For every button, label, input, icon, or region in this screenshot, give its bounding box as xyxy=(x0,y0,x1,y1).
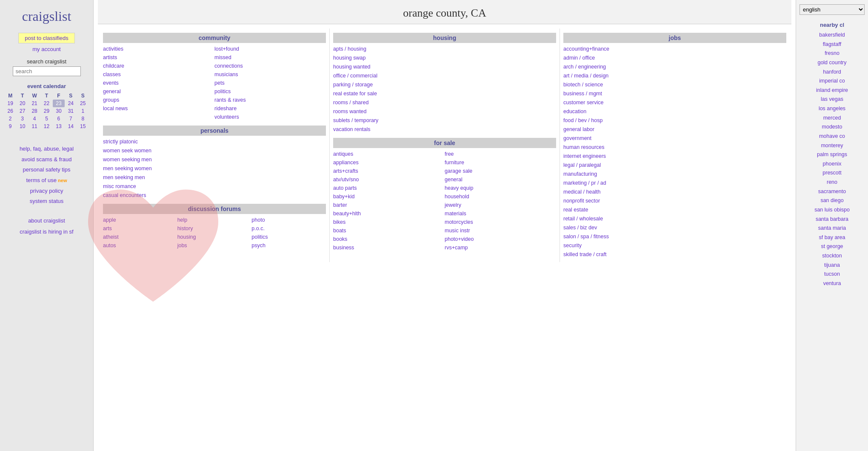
calendar-day[interactable]: 4 xyxy=(29,115,40,123)
community-link[interactable]: connections xyxy=(214,62,326,70)
nearby-city-link[interactable]: flagstaff xyxy=(799,40,865,49)
calendar-day[interactable]: 12 xyxy=(40,123,52,130)
personals-link[interactable]: women seek women xyxy=(103,146,326,155)
jobs-link[interactable]: business / mgmt xyxy=(563,89,786,98)
forsale-link[interactable]: rvs+camp xyxy=(445,243,556,252)
discussion-link[interactable]: politics xyxy=(251,233,326,241)
community-link[interactable]: musicians xyxy=(214,70,326,79)
nearby-city-link[interactable]: palm springs xyxy=(799,150,865,159)
forsale-link[interactable]: boats xyxy=(333,226,445,235)
nearby-city-link[interactable]: san diego xyxy=(799,196,865,205)
calendar-day[interactable]: 20 xyxy=(16,100,28,107)
community-link[interactable]: lost+found xyxy=(214,45,326,53)
nearby-city-link[interactable]: bakersfield xyxy=(799,31,865,40)
my-account-link[interactable]: my account xyxy=(32,46,60,52)
forsale-link[interactable]: general xyxy=(445,175,556,184)
calendar-day[interactable]: 21 xyxy=(29,100,40,107)
nearby-city-link[interactable]: monterey xyxy=(799,141,865,150)
discussion-link[interactable]: housing xyxy=(177,233,252,241)
jobs-link[interactable]: biotech / science xyxy=(563,80,786,89)
left-link[interactable]: help, faq, abuse, legal xyxy=(20,144,74,154)
forsale-link[interactable]: beauty+hlth xyxy=(333,209,445,218)
forsale-link[interactable]: household xyxy=(445,192,556,201)
jobs-link[interactable]: art / media / design xyxy=(563,71,786,80)
nearby-city-link[interactable]: santa barbara xyxy=(799,215,865,224)
nearby-city-link[interactable]: st george xyxy=(799,242,865,251)
calendar-day[interactable]: 24 xyxy=(65,100,77,107)
forsale-link[interactable]: photo+video xyxy=(445,235,556,243)
housing-link[interactable]: real estate for sale xyxy=(333,89,556,98)
calendar-day[interactable]: 6 xyxy=(53,115,65,123)
nearby-city-link[interactable]: ventura xyxy=(799,279,865,288)
jobs-link[interactable]: internet engineers xyxy=(563,152,786,160)
forsale-link[interactable]: jewelry xyxy=(445,201,556,209)
calendar-day[interactable]: 8 xyxy=(77,115,89,123)
forsale-link[interactable]: atv/utv/sno xyxy=(333,175,445,184)
jobs-link[interactable]: food / bev / hosp xyxy=(563,116,786,125)
calendar-day[interactable]: 23 xyxy=(53,100,65,107)
community-link[interactable]: local news xyxy=(103,104,214,113)
jobs-link[interactable]: admin / office xyxy=(563,54,786,62)
community-link[interactable]: politics xyxy=(214,87,326,96)
forsale-link[interactable]: free xyxy=(445,150,556,158)
jobs-link[interactable]: accounting+finance xyxy=(563,45,786,53)
discussion-link[interactable]: apple xyxy=(103,216,177,224)
nearby-city-link[interactable]: sacramento xyxy=(799,187,865,196)
calendar-day[interactable]: 29 xyxy=(40,107,52,115)
housing-link[interactable]: housing wanted xyxy=(333,63,556,71)
nearby-city-link[interactable]: san luis obispo xyxy=(799,206,865,214)
language-select[interactable]: englishespañolfrançaisdeutschitalianopor… xyxy=(799,4,865,15)
calendar-day[interactable]: 25 xyxy=(77,100,89,107)
nearby-city-link[interactable]: las vegas xyxy=(799,95,865,104)
calendar-day[interactable]: 28 xyxy=(29,107,40,115)
housing-link[interactable]: vacation rentals xyxy=(333,125,556,134)
forsale-link[interactable]: motorcycles xyxy=(445,218,556,226)
forsale-link[interactable]: materials xyxy=(445,209,556,218)
calendar-day[interactable]: 10 xyxy=(16,123,28,130)
personals-link[interactable]: women seeking men xyxy=(103,155,326,164)
calendar-day[interactable]: 13 xyxy=(53,123,65,130)
calendar-day[interactable]: 19 xyxy=(4,100,16,107)
personals-link[interactable]: misc romance xyxy=(103,182,326,191)
nearby-city-link[interactable]: tijuana xyxy=(799,261,865,270)
forsale-link[interactable]: antiques xyxy=(333,150,445,158)
nearby-city-link[interactable]: imperial co xyxy=(799,77,865,86)
jobs-link[interactable]: sales / biz dev xyxy=(563,223,786,232)
nearby-city-link[interactable]: santa maria xyxy=(799,224,865,233)
left-link[interactable]: personal safety tips xyxy=(20,165,74,175)
discussion-link[interactable]: p.o.c. xyxy=(251,224,326,233)
community-link[interactable]: pets xyxy=(214,79,326,87)
community-link[interactable]: classes xyxy=(103,70,214,79)
housing-link[interactable]: rooms wanted xyxy=(333,107,556,116)
housing-link[interactable]: office / commercial xyxy=(333,71,556,80)
forsale-link[interactable]: auto parts xyxy=(333,184,445,192)
post-classifieds-link[interactable]: post to classifieds xyxy=(18,33,75,43)
discussion-link[interactable]: help xyxy=(177,216,252,224)
jobs-link[interactable]: legal / paralegal xyxy=(563,161,786,169)
forsale-link[interactable]: garage sale xyxy=(445,167,556,175)
community-link[interactable]: activities xyxy=(103,45,214,53)
calendar-day[interactable]: 2 xyxy=(4,115,16,123)
about-link[interactable]: craigslist is hiring in sf xyxy=(20,226,73,237)
calendar-day[interactable]: 30 xyxy=(53,107,65,115)
personals-link[interactable]: strictly platonic xyxy=(103,137,326,146)
nearby-city-link[interactable]: tucson xyxy=(799,270,865,279)
forsale-link[interactable]: arts+crafts xyxy=(333,167,445,175)
jobs-link[interactable]: manufacturing xyxy=(563,170,786,178)
jobs-link[interactable]: education xyxy=(563,107,786,116)
housing-link[interactable]: rooms / shared xyxy=(333,98,556,107)
community-link[interactable]: groups xyxy=(103,96,214,104)
housing-link[interactable]: parking / storage xyxy=(333,80,556,89)
personals-link[interactable]: casual encounters xyxy=(103,191,326,200)
community-link[interactable]: artists xyxy=(103,53,214,62)
jobs-link[interactable]: customer service xyxy=(563,98,786,107)
community-link[interactable]: general xyxy=(103,87,214,96)
jobs-link[interactable]: real estate xyxy=(563,206,786,214)
jobs-link[interactable]: general labor xyxy=(563,125,786,134)
forsale-link[interactable]: bikes xyxy=(333,218,445,226)
forsale-link[interactable]: music instr xyxy=(445,226,556,235)
calendar-day[interactable]: 3 xyxy=(16,115,28,123)
jobs-link[interactable]: security xyxy=(563,241,786,250)
jobs-link[interactable]: medical / health xyxy=(563,188,786,196)
forsale-link[interactable]: books xyxy=(333,235,445,243)
